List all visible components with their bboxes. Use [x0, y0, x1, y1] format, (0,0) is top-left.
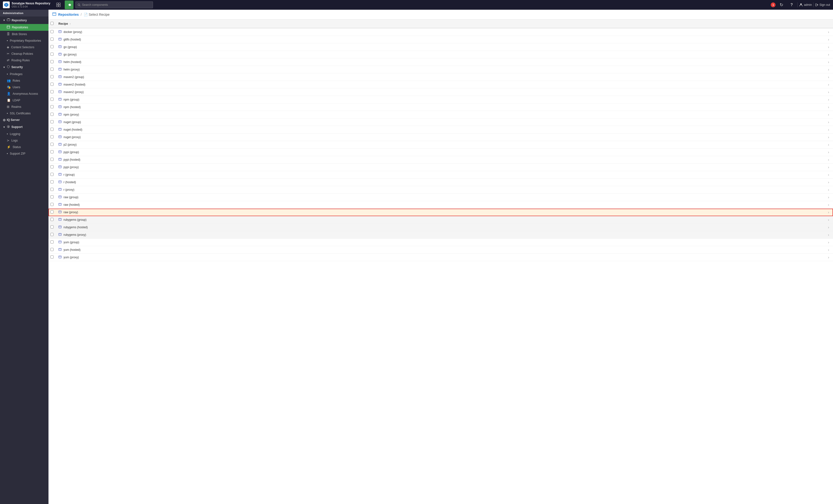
row-action-cell[interactable]: ›	[825, 96, 833, 103]
table-row[interactable]: rubygems (proxy) ›	[48, 231, 833, 239]
row-action-cell[interactable]: ›	[825, 179, 833, 186]
user-menu[interactable]: admin	[799, 3, 812, 7]
row-checkbox[interactable]	[50, 128, 53, 131]
sidebar-group-repository[interactable]: ▼ Repository	[0, 17, 48, 24]
row-action-cell[interactable]: ›	[825, 149, 833, 156]
row-action-cell[interactable]: ›	[825, 186, 833, 194]
sidebar-item-cleanup-policies[interactable]: ✂ Cleanup Policies	[0, 50, 48, 57]
row-action-cell[interactable]: ›	[825, 36, 833, 43]
table-row[interactable]: docker (proxy) ›	[48, 28, 833, 36]
recipe-column-header[interactable]: Recipe ↑	[55, 20, 825, 28]
sidebar-item-logs[interactable]: ≻ Logs	[0, 137, 48, 144]
table-row[interactable]: go (group) ›	[48, 43, 833, 51]
table-row[interactable]: nuget (hosted) ›	[48, 126, 833, 133]
row-action-cell[interactable]: ›	[825, 133, 833, 141]
sidebar-item-privileges[interactable]: ▪ Privileges	[0, 71, 48, 77]
table-row[interactable]: rubygems (hosted) ›	[48, 224, 833, 231]
row-checkbox[interactable]	[50, 120, 53, 123]
row-action-cell[interactable]: ›	[825, 103, 833, 111]
table-row[interactable]: npm (hosted) ›	[48, 103, 833, 111]
table-row[interactable]: npm (group) ›	[48, 96, 833, 103]
sidebar-item-routing-rules[interactable]: ⇄ Routing Rules	[0, 57, 48, 64]
row-checkbox[interactable]	[50, 233, 53, 236]
row-checkbox[interactable]	[50, 188, 53, 191]
row-checkbox[interactable]	[50, 248, 53, 251]
sidebar-item-support-zip[interactable]: ▪ Support ZIP	[0, 150, 48, 157]
sidebar-item-proprietary-repos[interactable]: ▪ Proprietary Repositories	[0, 37, 48, 44]
alert-badge[interactable]: 1	[771, 2, 776, 7]
table-row[interactable]: rubygems (group) ›	[48, 216, 833, 224]
row-action-cell[interactable]: ›	[825, 141, 833, 149]
help-button[interactable]: ?	[787, 0, 796, 9]
row-action-cell[interactable]: ›	[825, 43, 833, 51]
row-action-cell[interactable]: ›	[825, 254, 833, 261]
row-checkbox[interactable]	[50, 210, 53, 213]
row-checkbox[interactable]	[50, 60, 53, 63]
row-checkbox[interactable]	[50, 68, 53, 71]
row-checkbox[interactable]	[50, 180, 53, 183]
row-checkbox[interactable]	[50, 45, 53, 48]
table-row[interactable]: pypi (proxy) ›	[48, 163, 833, 171]
row-checkbox[interactable]	[50, 218, 53, 221]
row-action-cell[interactable]: ›	[825, 163, 833, 171]
row-checkbox[interactable]	[50, 158, 53, 161]
row-action-cell[interactable]: ›	[825, 209, 833, 216]
table-row[interactable]: npm (proxy) ›	[48, 111, 833, 119]
table-row[interactable]: yum (hosted) ›	[48, 246, 833, 254]
row-checkbox[interactable]	[50, 135, 53, 138]
sidebar-item-ldap[interactable]: 📋 LDAP	[0, 97, 48, 103]
table-row[interactable]: maven2 (hosted) ›	[48, 81, 833, 89]
row-checkbox[interactable]	[50, 173, 53, 176]
row-checkbox[interactable]	[50, 90, 53, 93]
table-row[interactable]: raw (group) ›	[48, 194, 833, 201]
row-checkbox[interactable]	[50, 98, 53, 101]
table-row[interactable]: p2 (proxy) ›	[48, 141, 833, 149]
sidebar-item-anonymous-access[interactable]: 👤 Anonymous Access	[0, 91, 48, 97]
table-row[interactable]: yum (proxy) ›	[48, 254, 833, 261]
row-action-cell[interactable]: ›	[825, 51, 833, 58]
row-checkbox[interactable]	[50, 225, 53, 228]
sidebar-item-logging[interactable]: ▪ Logging	[0, 131, 48, 137]
table-row[interactable]: r (group) ›	[48, 171, 833, 179]
row-checkbox[interactable]	[50, 30, 53, 33]
row-action-cell[interactable]: ›	[825, 216, 833, 224]
sidebar-item-repositories[interactable]: Repositories	[0, 24, 48, 31]
row-action-cell[interactable]: ›	[825, 111, 833, 119]
row-checkbox[interactable]	[50, 255, 53, 258]
row-action-cell[interactable]: ›	[825, 246, 833, 254]
row-action-cell[interactable]: ›	[825, 126, 833, 133]
table-row[interactable]: pypi (group) ›	[48, 149, 833, 156]
table-row[interactable]: nuget (group) ›	[48, 119, 833, 126]
row-action-cell[interactable]: ›	[825, 73, 833, 81]
sidebar-item-content-selectors[interactable]: ◈ Content Selectors	[0, 44, 48, 50]
row-action-cell[interactable]: ›	[825, 81, 833, 89]
breadcrumb-link[interactable]: Repositories	[58, 12, 79, 17]
table-row[interactable]: go (proxy) ›	[48, 51, 833, 58]
row-action-cell[interactable]: ›	[825, 156, 833, 163]
row-action-cell[interactable]: ›	[825, 224, 833, 231]
row-action-cell[interactable]: ›	[825, 28, 833, 36]
admin-settings-button[interactable]	[65, 0, 73, 9]
row-checkbox[interactable]	[50, 195, 53, 198]
row-checkbox[interactable]	[50, 113, 53, 116]
refresh-button[interactable]: ↻	[777, 0, 786, 9]
search-box[interactable]	[75, 1, 153, 8]
row-checkbox[interactable]	[50, 241, 53, 244]
row-checkbox[interactable]	[50, 105, 53, 108]
select-all-checkbox[interactable]	[50, 22, 53, 25]
row-action-cell[interactable]: ›	[825, 58, 833, 66]
row-action-cell[interactable]: ›	[825, 66, 833, 73]
row-action-cell[interactable]: ›	[825, 194, 833, 201]
row-checkbox[interactable]	[50, 53, 53, 56]
row-checkbox[interactable]	[50, 150, 53, 153]
table-row[interactable]: r (hosted) ›	[48, 179, 833, 186]
table-row[interactable]: nuget (proxy) ›	[48, 133, 833, 141]
sidebar-item-status[interactable]: ⚡ Status	[0, 144, 48, 150]
table-row[interactable]: yum (group) ›	[48, 239, 833, 246]
sidebar-item-realms[interactable]: ⊞ Realms	[0, 103, 48, 110]
search-input[interactable]	[82, 3, 151, 6]
table-row[interactable]: pypi (hosted) ›	[48, 156, 833, 163]
table-row[interactable]: raw (hosted) ›	[48, 201, 833, 209]
browse-button[interactable]	[54, 0, 63, 9]
sidebar-group-support[interactable]: ▼ ⚙ Support	[0, 123, 48, 131]
